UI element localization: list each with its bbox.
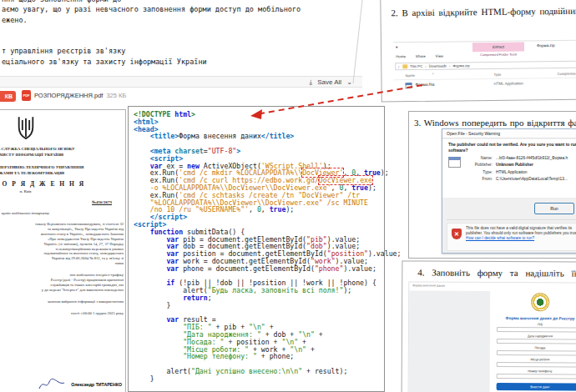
doc-line bbox=[0, 304, 124, 311]
file-row-forma-hta[interactable]: Форма.hta HTML Application bbox=[394, 79, 576, 90]
address-bar[interactable]: ↑ This PC›Downloads›Форма.zip bbox=[395, 61, 576, 71]
code-line: return; bbox=[134, 294, 384, 302]
code-token: return bbox=[183, 294, 208, 302]
trident-emblem-icon bbox=[16, 115, 36, 143]
quick-access-caret-icon[interactable]: ▾ bbox=[396, 44, 398, 49]
code-token: "phone" bbox=[315, 264, 344, 273]
contextual-tab-label: Compressed Folder Tools bbox=[472, 52, 524, 57]
code-token: + bbox=[306, 345, 315, 354]
form-input[interactable] bbox=[497, 327, 576, 333]
step3-panel: 3. Windows попередить про відкриття файл… bbox=[408, 111, 576, 259]
code-token: <title> bbox=[150, 132, 179, 140]
save-all-label: Save All bbox=[317, 78, 341, 86]
code-token: Форма внесення даних bbox=[179, 132, 261, 140]
doc-line bbox=[0, 193, 124, 200]
save-all-button[interactable]: ⤓ Save All ⌄ bbox=[307, 78, 354, 87]
page-left-pane bbox=[409, 290, 491, 392]
code-token bbox=[134, 352, 183, 360]
security-shield-icon: ✕ bbox=[452, 229, 462, 239]
code-line: <!DOCTYPE html> bbox=[134, 111, 384, 118]
hta-code-panel: <!DOCTYPE html><html><head> <title>Форма… bbox=[128, 106, 385, 392]
application-icon bbox=[448, 157, 461, 168]
email-body: аємо увагу, що у разі невчасного заповне… bbox=[2, 4, 301, 67]
form-input[interactable] bbox=[497, 362, 576, 368]
submit-button[interactable]: Внести дані bbox=[497, 383, 576, 391]
form-heading: Форма внесення даних до Реєстру bbox=[497, 316, 576, 321]
download-icon: ⤓ bbox=[309, 78, 312, 86]
tab-extract[interactable]: Extract bbox=[472, 42, 524, 52]
column-header-size[interactable]: Compressed size bbox=[557, 71, 576, 75]
dialog-field-value: Unknown Publisher bbox=[493, 162, 533, 168]
email-text-line: ежено. bbox=[2, 15, 301, 26]
ribbon-tab-view[interactable]: View bbox=[436, 54, 443, 58]
doc-line bbox=[0, 215, 124, 222]
attachment-chip-pdf[interactable]: PDF РОЗПОРЯДЖЕННЯ.pdf 325 КБ bbox=[22, 90, 126, 101]
dialog-message-line: software? bbox=[448, 148, 576, 153]
email-text-line bbox=[2, 36, 301, 47]
ribbon-tab-home[interactable]: Home bbox=[396, 54, 406, 58]
step4-panel: 4. Заповніть форму та надішліть її натис… bbox=[402, 260, 576, 392]
code-token: ); bbox=[285, 205, 294, 214]
pdf-document-preview: ДЕРЖАВНА СЛУЖБА СПЕЦІАЛЬНОГО ЗВ'ЯЗКУТА З… bbox=[0, 109, 126, 392]
hta-file-icon bbox=[406, 83, 412, 88]
dialog-field-label: Type: bbox=[466, 169, 493, 176]
attachment-toolbar: ⤓ Save All ⌄ bbox=[0, 76, 362, 88]
code-token: "Будь ласка, заповніть всі поля!" bbox=[208, 286, 344, 294]
form-input[interactable] bbox=[497, 339, 576, 344]
ribbon-tab-share[interactable]: Share bbox=[416, 54, 426, 58]
code-line: <title>Форма внесення даних</title> bbox=[134, 133, 384, 140]
registry-form: Форма внесення даних до Реєстру ПІБДата … bbox=[497, 293, 576, 392]
dialog-field-row: Publisher:Unknown Publisher bbox=[466, 162, 568, 168]
security-help-link[interactable]: How can I decide what software to run? bbox=[466, 236, 576, 241]
signatory-name: Олександр ТИТАРЕНКО bbox=[71, 382, 122, 387]
sort-caret-icon: ˄ bbox=[432, 72, 433, 76]
code-token: ); bbox=[381, 168, 389, 177]
column-headers: Name ˄ Type Compressed size bbox=[393, 71, 576, 80]
attachment-row: КВ PDF РОЗПОРЯДЖЕННЯ.pdf 325 КБ bbox=[0, 90, 362, 105]
dialog-file-info: Name:...bf3-4aae-8126-f445df1b911f_Форма… bbox=[466, 155, 568, 183]
step2-panel: 2. В архіві відкрийте HTML-форму подвійн… bbox=[380, 0, 576, 103]
column-header-type[interactable]: Type bbox=[493, 73, 501, 77]
dialog-field-row: Type:HTML Application bbox=[466, 169, 568, 176]
code-token: html bbox=[174, 110, 191, 118]
code-token: } bbox=[134, 301, 170, 309]
ssscip-emblem-icon bbox=[531, 293, 549, 311]
email-text-line bbox=[2, 25, 301, 36]
up-arrow-icon[interactable]: ↑ bbox=[397, 64, 400, 69]
doc-line: МЕРЕЖАМИ ТА ТЕЛЕКОМУНІКАЦІЙ bbox=[0, 170, 124, 176]
code-token: > bbox=[191, 110, 195, 118]
code-token: > bbox=[236, 147, 240, 155]
attachment-name: РОЗПОРЯДЖЕННЯ.pdf bbox=[34, 92, 103, 99]
signature-block: Олександр ТИТАРЕНКО bbox=[38, 378, 122, 391]
explorer-window-title: Форма.zip bbox=[537, 43, 555, 48]
code-line: } bbox=[134, 375, 384, 383]
doc-line bbox=[0, 158, 124, 164]
signature-warning-box: ✕ This file does not have a valid digita… bbox=[447, 223, 576, 251]
dialog-field-value: ...bf3-4aae-8126-f445df1b911f_Форма.h bbox=[493, 155, 568, 162]
form-page-title: Форма внесення даних bbox=[412, 284, 445, 287]
dialog-field-label: Name: bbox=[466, 155, 493, 162]
code-token: } bbox=[134, 374, 154, 383]
form-input[interactable] bbox=[497, 374, 576, 379]
run-button[interactable]: Run bbox=[534, 203, 574, 214]
step2-heading: 2. В архіві відкрийте HTML-форму подвійн… bbox=[391, 5, 576, 18]
breadcrumb-item[interactable]: Downloads bbox=[429, 64, 447, 68]
column-header-name[interactable]: Name bbox=[405, 73, 472, 78]
code-line: </script> bbox=[134, 214, 384, 221]
breadcrumb-item[interactable]: Форма.zip bbox=[452, 63, 469, 68]
dialog-title: Open File - Security Warning bbox=[442, 129, 576, 138]
security-warning-dialog: Open File - Security Warning The publish… bbox=[442, 128, 576, 254]
breadcrumb-item[interactable]: This PC bbox=[410, 64, 422, 68]
form-input[interactable] bbox=[497, 350, 576, 356]
doc-line bbox=[0, 204, 124, 211]
email-text-line: аємо увагу, що у разі невчасного заповне… bbox=[2, 4, 301, 15]
breadcrumb-separator: › bbox=[425, 64, 426, 68]
doc-line: ТА ЗАХИСТУ ІНФОРМАЦІЇ УКРАЇНИ bbox=[0, 152, 124, 158]
chevron-down-icon[interactable]: ⌄ bbox=[346, 78, 352, 86]
signature-stroke-icon bbox=[38, 378, 66, 391]
attachment-chip-partial[interactable]: КВ bbox=[0, 91, 16, 102]
ribbon-tabs: HomeShareView bbox=[396, 54, 443, 59]
code-line: alert("Дані успішно внесено:\n\n" + resu… bbox=[134, 368, 384, 375]
code-token: true bbox=[270, 205, 286, 214]
code-token: , bbox=[261, 205, 270, 214]
